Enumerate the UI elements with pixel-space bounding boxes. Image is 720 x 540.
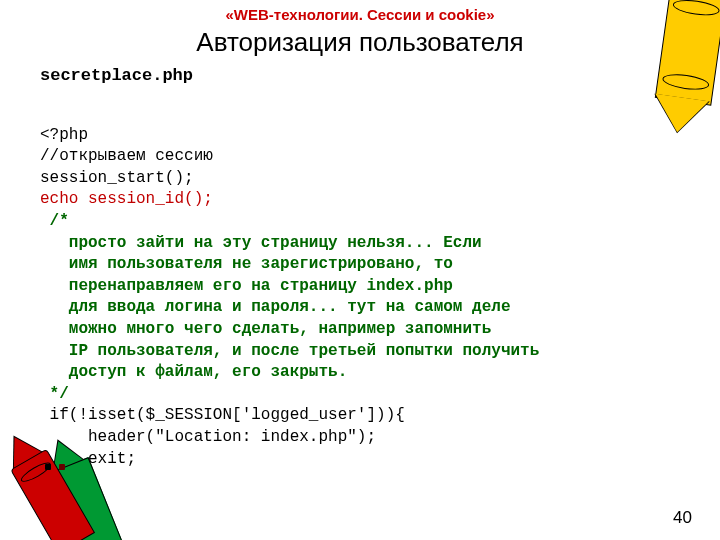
code-line: header("Location: index.php"); (40, 428, 376, 446)
code-comment: можно много чего сделать, например запом… (40, 320, 491, 338)
code-comment: имя пользователя не зарегистрировано, то (40, 255, 453, 273)
code-comment: перенаправляем его на страницу index.php (40, 277, 453, 295)
code-comment: доступ к файлам, его закрыть. (40, 363, 347, 381)
code-line: if(!isset($_SESSION['logged_user'])){ (40, 406, 405, 424)
code-line: session_start(); (40, 169, 194, 187)
code-comment: IP пользователя, и после третьей попытки… (40, 342, 539, 360)
code-block: <?php //открываем сессию session_start()… (0, 103, 720, 513)
decorative-dots (45, 464, 65, 470)
page-number: 40 (673, 508, 692, 528)
code-line: <?php (40, 126, 88, 144)
slide-header: «WEB-технологии. Сессии и cookie» (0, 0, 720, 23)
slide-title: Авторизация пользователя (0, 27, 720, 58)
code-line: //открываем сессию (40, 147, 213, 165)
code-line-echo: echo session_id(); (40, 190, 213, 208)
code-comment: просто зайти на эту страницу нельзя... Е… (40, 234, 482, 252)
code-comment: */ (40, 385, 69, 403)
filename-label: secretplace.php (0, 66, 720, 85)
code-comment: /* (40, 212, 69, 230)
code-comment: для ввода логина и пароля... тут на само… (40, 298, 510, 316)
